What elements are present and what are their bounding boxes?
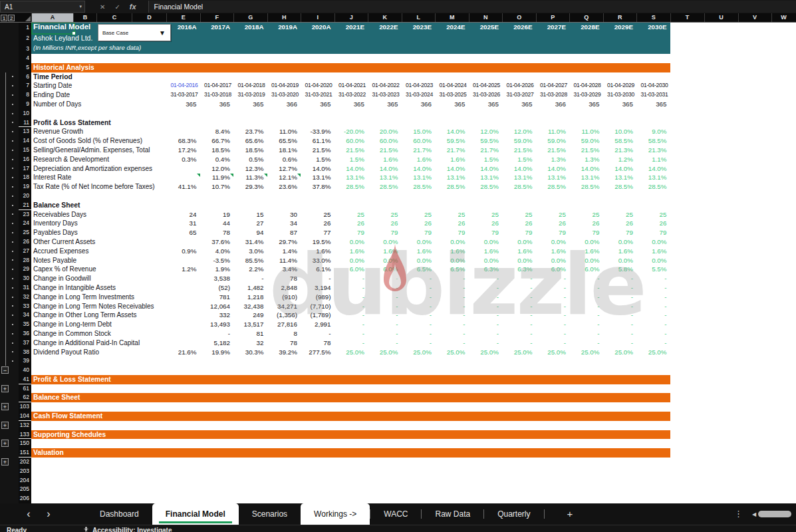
cell[interactable]: (989): [301, 293, 334, 302]
cell[interactable]: 2,848: [267, 283, 301, 293]
column-header-W[interactable]: W: [771, 13, 796, 22]
cell[interactable]: 14.0%: [469, 164, 503, 174]
cell[interactable]: -: [368, 338, 402, 348]
cell[interactable]: 26: [536, 219, 570, 228]
row-header[interactable]: 150: [19, 439, 31, 448]
cell[interactable]: 14.0%: [569, 164, 603, 174]
cell[interactable]: 2,991: [301, 320, 334, 329]
expand-group-button[interactable]: +: [1, 422, 9, 429]
cell[interactable]: 1.6%: [469, 247, 503, 256]
year-header-cell[interactable]: 2024E: [435, 22, 469, 33]
cell[interactable]: 0.9%: [166, 247, 200, 256]
cell[interactable]: 0.0%: [502, 237, 536, 247]
row-header[interactable]: 5: [19, 63, 31, 72]
cell[interactable]: 25.0%: [603, 348, 637, 357]
column-header-P[interactable]: P: [536, 13, 570, 22]
cell[interactable]: 365: [636, 100, 670, 109]
cell[interactable]: 1.3%: [569, 155, 603, 164]
cell[interactable]: 11.9%: [200, 173, 234, 182]
cell[interactable]: 32: [233, 338, 267, 348]
cell[interactable]: 21.3%: [603, 146, 637, 155]
row-header[interactable]: 18: [19, 173, 31, 182]
cell[interactable]: 31-03-2026: [469, 90, 503, 100]
cell[interactable]: 31-03-2021: [301, 90, 334, 100]
cell[interactable]: 1.6%: [569, 247, 603, 256]
cell[interactable]: 12.1%: [267, 173, 301, 182]
cell[interactable]: 21.5%: [334, 146, 368, 155]
cell[interactable]: 0.0%: [334, 256, 368, 265]
cell[interactable]: 12.0%: [469, 127, 503, 136]
cell[interactable]: 6.0%: [569, 265, 603, 274]
cell[interactable]: 1.3%: [536, 155, 570, 164]
year-header-cell[interactable]: 2017A: [200, 22, 234, 33]
cell[interactable]: 21.7%: [402, 146, 436, 155]
cell[interactable]: (1,356): [267, 311, 301, 320]
cell[interactable]: 0.0%: [469, 237, 503, 247]
cell[interactable]: 34: [267, 219, 301, 228]
cell[interactable]: 1.9%: [200, 265, 234, 274]
row-header[interactable]: 23: [19, 210, 31, 219]
cell[interactable]: 65.6%: [233, 136, 267, 146]
cell[interactable]: 14.0%: [502, 164, 536, 174]
cell[interactable]: 1.6%: [368, 155, 402, 164]
cell[interactable]: 13.1%: [334, 173, 368, 182]
cell[interactable]: 25.0%: [569, 348, 603, 357]
row-label[interactable]: Change in Long-term Debt: [31, 320, 166, 329]
cell[interactable]: -: [536, 311, 570, 320]
row-header[interactable]: 151: [19, 448, 31, 458]
cell[interactable]: 0.0%: [402, 256, 436, 265]
cell[interactable]: 28.5%: [603, 182, 637, 192]
cell[interactable]: -: [402, 302, 436, 311]
cell[interactable]: [166, 338, 200, 348]
cell[interactable]: 5,182: [200, 338, 234, 348]
cell[interactable]: -: [334, 274, 368, 283]
cell[interactable]: -: [536, 329, 570, 338]
cell[interactable]: 94: [233, 228, 267, 237]
cell[interactable]: 25: [502, 210, 536, 219]
row-header[interactable]: 17: [19, 164, 31, 174]
cell[interactable]: 01-04-2020: [301, 81, 334, 90]
cell[interactable]: 0.4%: [200, 155, 234, 164]
cell[interactable]: -: [502, 283, 536, 293]
cell[interactable]: 13.1%: [603, 173, 637, 182]
cell[interactable]: 60.0%: [368, 136, 402, 146]
sheet-nav-prev-icon[interactable]: ‹: [19, 503, 39, 525]
row-header[interactable]: 3: [19, 43, 31, 54]
row-label[interactable]: Revenue Growth: [31, 127, 166, 136]
cell[interactable]: 01-04-2019: [267, 81, 301, 90]
cell[interactable]: 1.5%: [502, 155, 536, 164]
row-header[interactable]: 40: [19, 366, 31, 375]
cell[interactable]: 6.5%: [435, 265, 469, 274]
cell[interactable]: 0.0%: [435, 237, 469, 247]
cell[interactable]: 79: [603, 228, 637, 237]
cell[interactable]: -3.5%: [200, 256, 234, 265]
cell[interactable]: 23.6%: [267, 182, 301, 192]
cell[interactable]: 3,538: [200, 274, 234, 283]
cell[interactable]: [166, 173, 200, 182]
enter-icon[interactable]: ✓: [114, 3, 120, 11]
cell[interactable]: 26: [636, 219, 670, 228]
cell[interactable]: 30: [267, 210, 301, 219]
row-header[interactable]: 25: [19, 228, 31, 237]
cell[interactable]: 365: [368, 100, 402, 109]
cell[interactable]: 1.6%: [435, 155, 469, 164]
cell[interactable]: 365: [166, 100, 200, 109]
column-header-F[interactable]: F: [200, 13, 234, 22]
cell[interactable]: -: [200, 329, 234, 338]
cell[interactable]: 28.5%: [502, 182, 536, 192]
cell[interactable]: 0.6%: [267, 155, 301, 164]
cell[interactable]: 6.3%: [502, 265, 536, 274]
cell[interactable]: -: [569, 320, 603, 329]
column-header-Q[interactable]: Q: [569, 13, 603, 22]
cell[interactable]: -: [402, 338, 436, 348]
cell[interactable]: 249: [233, 311, 267, 320]
row-label[interactable]: Cost of Goods Sold (% of Revenues): [31, 136, 166, 146]
row-header[interactable]: 103: [19, 402, 31, 412]
cell[interactable]: 4.0%: [200, 247, 234, 256]
column-header-A[interactable]: A: [31, 13, 73, 22]
cell[interactable]: -: [435, 329, 469, 338]
cell[interactable]: -: [402, 293, 436, 302]
year-header-cell[interactable]: 2021E: [334, 22, 368, 33]
cell[interactable]: -: [233, 274, 267, 283]
tab-scenarios[interactable]: Scenarios: [239, 503, 301, 525]
